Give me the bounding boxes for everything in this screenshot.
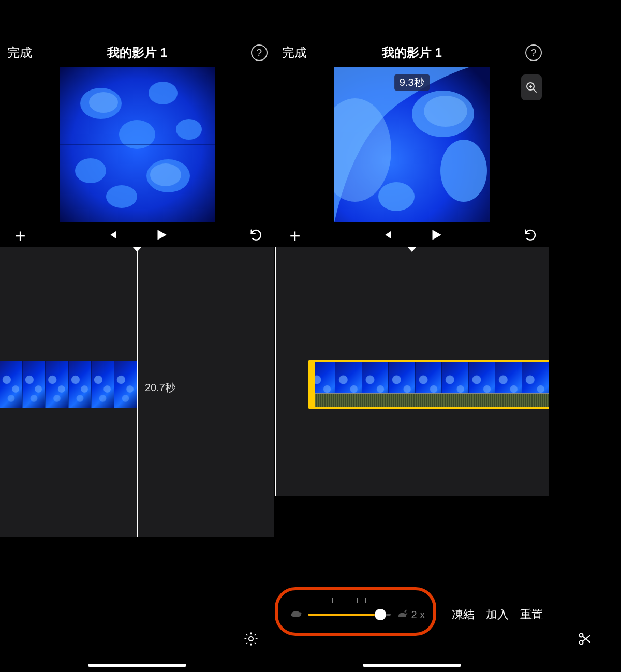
timeline[interactable]: 20.7秒 <box>0 247 275 537</box>
scissors-icon <box>578 632 592 646</box>
add-media-button[interactable]: ＋ <box>11 226 29 244</box>
undo-button[interactable] <box>523 228 538 242</box>
skip-start-button[interactable] <box>107 229 118 241</box>
undo-button[interactable] <box>249 228 263 242</box>
svg-line-16 <box>246 634 247 636</box>
speed-value: 2 x <box>411 609 425 621</box>
help-icon: ? <box>530 47 536 59</box>
svg-point-32 <box>580 641 583 645</box>
audio-track[interactable] <box>315 393 550 408</box>
editor-pane-right: 完成 我的影片 1 ? <box>275 0 550 672</box>
svg-point-4 <box>75 158 106 183</box>
done-button[interactable]: 完成 <box>282 44 307 61</box>
svg-point-22 <box>440 140 487 202</box>
add-button[interactable]: 加入 <box>486 607 509 622</box>
play-button[interactable] <box>154 228 168 242</box>
project-title: 我的影片 1 <box>382 44 442 61</box>
gear-icon <box>243 631 259 647</box>
svg-line-17 <box>254 643 256 644</box>
preview-area <box>0 67 275 222</box>
zoom-button[interactable] <box>521 74 542 100</box>
svg-point-31 <box>580 634 583 637</box>
svg-line-19 <box>254 634 256 636</box>
freeze-button[interactable]: 凍結 <box>452 607 475 622</box>
preview-area: 9.3秒 <box>275 67 550 222</box>
speed-actions: 凍結 加入 重置 <box>452 607 543 622</box>
svg-point-2 <box>149 82 178 104</box>
done-button[interactable]: 完成 <box>7 44 32 61</box>
svg-point-24 <box>424 96 467 127</box>
svg-line-34 <box>583 635 590 641</box>
help-button[interactable]: ? <box>525 44 542 61</box>
transport-bar: ＋ <box>0 222 275 247</box>
playhead[interactable] <box>137 247 138 537</box>
speed-slider[interactable] <box>308 607 391 622</box>
cut-tool[interactable] <box>573 628 596 650</box>
svg-point-8 <box>89 92 118 113</box>
add-media-button[interactable]: ＋ <box>286 226 304 244</box>
preview-frame-icon <box>60 67 215 222</box>
top-bar: 完成 我的影片 1 ? <box>275 0 550 67</box>
svg-line-33 <box>583 636 590 643</box>
svg-line-27 <box>533 89 536 92</box>
video-preview[interactable]: 9.3秒 <box>334 67 490 222</box>
project-title: 我的影片 1 <box>107 44 167 61</box>
play-button[interactable] <box>429 228 442 242</box>
timeline[interactable] <box>275 247 550 496</box>
turtle-icon <box>289 608 303 621</box>
duration-label: 20.7秒 <box>145 381 175 395</box>
tool-bar <box>549 626 621 651</box>
editor-pane-left: 完成 我的影片 1 ? <box>0 0 275 672</box>
svg-point-9 <box>150 163 181 186</box>
rabbit-icon <box>396 608 409 621</box>
top-bar: 完成 我的影片 1 ? <box>0 0 275 67</box>
svg-point-6 <box>176 119 202 140</box>
reset-button[interactable]: 重置 <box>520 607 543 622</box>
svg-point-11 <box>249 637 253 641</box>
zoom-in-icon <box>525 81 538 94</box>
speed-control-bar: 2 x 凍結 加入 重置 <box>275 596 550 633</box>
video-preview[interactable] <box>60 67 215 222</box>
help-button[interactable]: ? <box>251 44 268 61</box>
playhead-marker-icon <box>407 247 417 252</box>
svg-line-18 <box>246 643 247 644</box>
home-indicator[interactable] <box>88 664 186 667</box>
duration-badge: 9.3秒 <box>394 74 430 91</box>
preview-frame-icon <box>334 67 490 222</box>
transport-bar: ＋ <box>275 222 550 247</box>
svg-point-7 <box>106 185 137 208</box>
clip-strip[interactable] <box>0 361 137 408</box>
skip-start-button[interactable] <box>381 229 393 241</box>
settings-button[interactable] <box>240 628 262 650</box>
home-indicator[interactable] <box>363 664 461 667</box>
help-icon: ? <box>256 47 262 59</box>
svg-point-30 <box>299 613 301 615</box>
svg-point-23 <box>378 182 415 211</box>
